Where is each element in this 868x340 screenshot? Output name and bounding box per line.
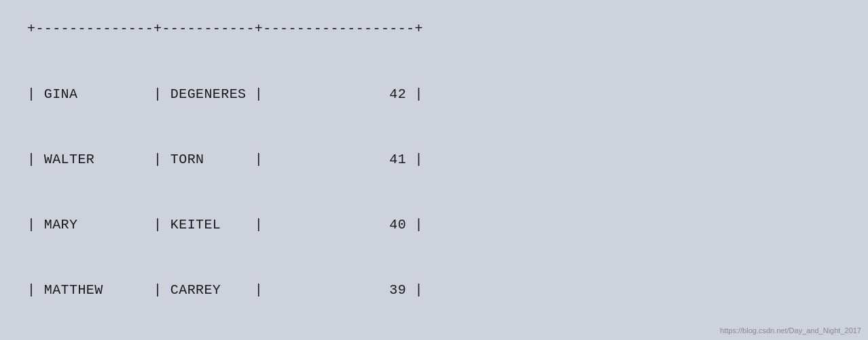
- table-output: +--------------+-----------+------------…: [27, 0, 841, 340]
- table-header-border: +--------------+-----------+------------…: [27, 18, 841, 40]
- table-row: | GINA | DEGENERES | 42 |: [27, 84, 841, 105]
- main-container: +--------------+-----------+------------…: [0, 0, 868, 340]
- table-row: | MARY | KEITEL | 40 |: [27, 214, 841, 236]
- watermark: https://blog.csdn.net/Day_and_Night_2017: [720, 326, 861, 335]
- table-row: | WALTER | TORN | 41 |: [27, 149, 841, 171]
- table-row: | MATTHEW | CARREY | 39 |: [27, 279, 841, 301]
